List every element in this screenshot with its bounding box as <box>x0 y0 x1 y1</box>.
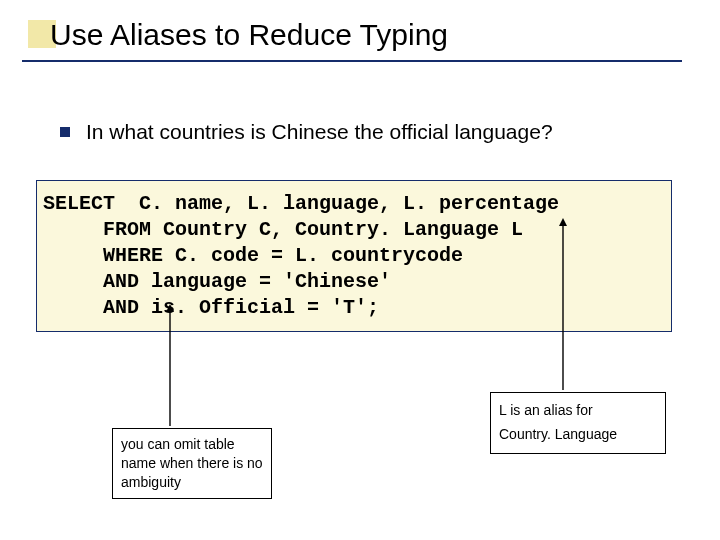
code-line-4: AND language = 'Chinese' <box>43 270 391 293</box>
note-alias-line1: L is an alias for <box>499 399 657 423</box>
note-alias-line2: Country. Language <box>499 423 657 447</box>
title-underline <box>22 60 682 62</box>
slide-title: Use Aliases to Reduce Typing <box>50 18 448 52</box>
sql-code-box: SELECT C. name, L. language, L. percenta… <box>36 180 672 332</box>
code-line-3: WHERE C. code = L. countrycode <box>43 244 463 267</box>
note-alias: L is an alias for Country. Language <box>490 392 666 454</box>
code-line-2: FROM Country C, Country. Language L <box>43 218 523 241</box>
bullet-item: In what countries is Chinese the officia… <box>60 120 553 144</box>
bullet-text: In what countries is Chinese the officia… <box>86 120 553 144</box>
code-line-5: AND is. Official = 'T'; <box>43 296 379 319</box>
bullet-square-icon <box>60 127 70 137</box>
note-omit-table: you can omit table name when there is no… <box>112 428 272 499</box>
code-line-1: SELECT C. name, L. language, L. percenta… <box>43 192 559 215</box>
